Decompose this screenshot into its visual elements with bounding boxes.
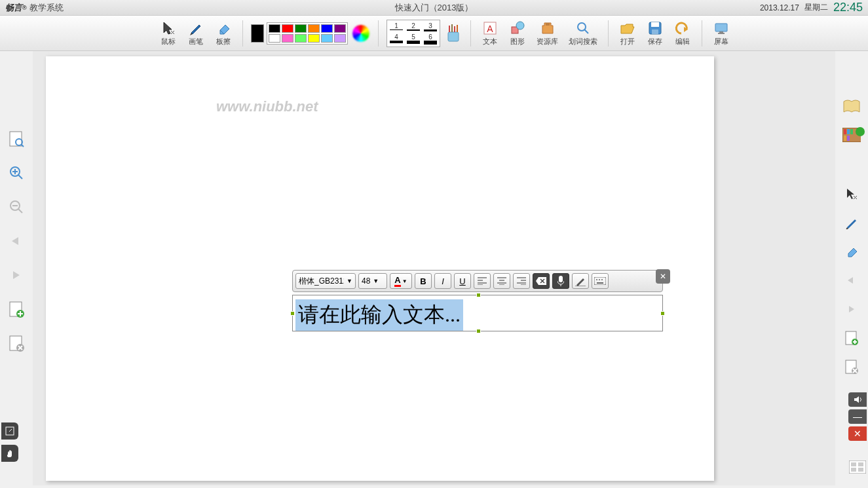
delete-page-button-right[interactable] (842, 358, 861, 376)
color-green[interactable] (295, 24, 307, 33)
product-subtitle: 教学系统 (29, 2, 64, 14)
bookshelf-button[interactable] (842, 126, 861, 144)
watermark: www.niubb.net (216, 98, 318, 115)
microphone-button[interactable] (552, 273, 569, 289)
screen-button[interactable]: 屏幕 (710, 18, 732, 48)
svg-rect-5 (546, 23, 550, 26)
bold-button[interactable]: B (415, 273, 432, 289)
bottom-right-controls: — ✕ (848, 392, 867, 476)
align-left-button[interactable] (474, 273, 491, 289)
current-color-swatch[interactable] (251, 24, 264, 43)
backspace-button[interactable] (533, 273, 550, 289)
eraser-tool-button[interactable]: 板擦 (212, 18, 235, 48)
mouse-tool-button[interactable]: 鼠标 (157, 18, 179, 48)
close-button[interactable]: ✕ (848, 426, 867, 441)
stroke-4[interactable]: 4 (390, 33, 403, 45)
resize-handle-top[interactable] (476, 293, 481, 297)
page-preview-button[interactable] (7, 130, 26, 148)
add-page-button[interactable] (7, 300, 26, 318)
svg-point-15 (596, 279, 597, 280)
prev-button-right[interactable] (842, 271, 861, 290)
keyboard-button[interactable] (592, 273, 609, 289)
expand-panel-button[interactable] (1, 422, 18, 440)
color-skyblue[interactable] (321, 34, 333, 43)
minimize-button[interactable]: — (848, 409, 867, 424)
book-button[interactable] (842, 97, 861, 115)
next-button-right[interactable] (842, 300, 861, 318)
color-orange[interactable] (308, 24, 320, 33)
delete-page-button[interactable] (7, 334, 26, 352)
thumbnail-panel-button[interactable] (848, 458, 867, 476)
svg-rect-31 (844, 136, 846, 141)
cursor-icon (160, 20, 177, 37)
undo-edit-button[interactable]: 编辑 (671, 18, 694, 48)
resource-button[interactable]: 资源库 (534, 18, 561, 48)
color-palette (267, 22, 348, 45)
color-black[interactable] (269, 24, 280, 33)
mouse-label: 鼠标 (161, 37, 176, 47)
pen-tool-button-right[interactable] (842, 214, 861, 232)
document-title: 快速入门（2013版） (395, 2, 474, 14)
eraser-tool-button-right[interactable] (842, 242, 861, 261)
color-red[interactable] (282, 24, 293, 33)
zoom-in-button[interactable] (7, 164, 26, 182)
hand-tool-button[interactable] (1, 445, 18, 462)
search-button[interactable]: 划词搜索 (566, 18, 600, 48)
text-tool-button[interactable]: A 文本 (479, 18, 501, 48)
clock: 22:45 (833, 1, 863, 14)
title-bar: 畅言 ® 教学系统 快速入门（2013版） 2013.12.17 星期二 22:… (0, 0, 868, 16)
font-family-select[interactable]: 楷体_GB2312▼ (295, 273, 356, 289)
separator (702, 20, 702, 47)
color-wheel-button[interactable] (352, 24, 370, 43)
next-page-button[interactable] (7, 266, 26, 284)
save-button[interactable]: 保存 (644, 18, 666, 48)
stroke-1[interactable]: 1 (390, 22, 403, 31)
color-lightgreen[interactable] (295, 34, 307, 43)
align-right-button[interactable] (513, 273, 530, 289)
svg-rect-11 (719, 31, 723, 33)
color-lavender[interactable] (334, 34, 346, 43)
pen-tool-button[interactable]: 画笔 (185, 18, 207, 48)
resize-handle-right[interactable] (660, 311, 665, 316)
date-label: 2013.12.17 (760, 3, 799, 12)
save-icon (647, 20, 664, 37)
separator (608, 20, 609, 47)
add-page-button-right[interactable] (842, 329, 861, 347)
left-sidebar (0, 51, 33, 470)
prev-page-button[interactable] (7, 232, 26, 250)
cursor-tool-button[interactable] (842, 185, 861, 203)
close-text-editor-button[interactable]: ✕ (656, 269, 670, 284)
pen-label: 画笔 (189, 37, 203, 47)
font-size-select[interactable]: 48▼ (358, 273, 387, 289)
stroke-6[interactable]: 6 (424, 33, 437, 45)
color-pink[interactable] (282, 34, 293, 43)
registered-mark: ® (22, 5, 27, 11)
shapes-icon (509, 20, 526, 37)
color-yellow[interactable] (308, 34, 320, 43)
volume-button[interactable] (848, 392, 867, 407)
color-blue[interactable] (321, 24, 333, 33)
open-label: 打开 (620, 37, 635, 47)
svg-rect-39 (851, 462, 856, 466)
italic-button[interactable]: I (434, 273, 451, 289)
stroke-2[interactable]: 2 (407, 22, 420, 31)
canvas-page[interactable]: www.niubb.net 楷体_GB2312▼ 48▼ A▼ B I U (46, 56, 714, 481)
stroke-3[interactable]: 3 (424, 22, 437, 31)
brush-cup-icon[interactable] (444, 23, 462, 44)
color-purple[interactable] (334, 24, 346, 33)
text-input-field[interactable]: 请在此输入文本... (292, 295, 663, 331)
resize-handle-left[interactable] (290, 311, 295, 316)
zoom-out-button[interactable] (7, 198, 26, 216)
pen-icon (187, 20, 204, 37)
resize-handle-bottom[interactable] (476, 329, 481, 333)
handwriting-button[interactable] (572, 273, 589, 289)
font-color-button[interactable]: A▼ (390, 273, 412, 289)
stroke-5[interactable]: 5 (407, 33, 420, 45)
underline-button[interactable]: U (454, 273, 471, 289)
align-center-button[interactable] (493, 273, 510, 289)
open-button[interactable]: 打开 (616, 18, 639, 48)
svg-rect-0 (448, 32, 459, 41)
shape-tool-button[interactable]: 图形 (506, 18, 529, 48)
color-white[interactable] (269, 34, 280, 43)
search-label: 划词搜索 (569, 37, 597, 47)
